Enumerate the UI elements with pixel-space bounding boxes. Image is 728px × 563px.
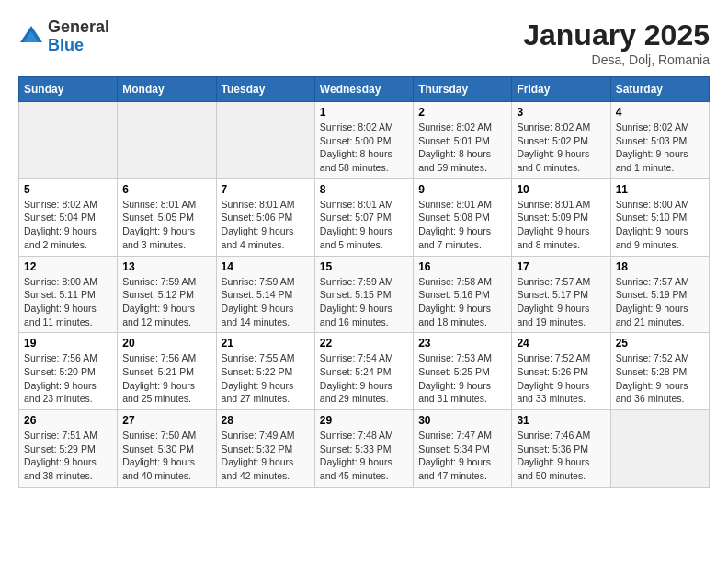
day-number: 10 <box>517 183 605 196</box>
day-info: Sunrise: 8:01 AM Sunset: 5:08 PM Dayligh… <box>418 198 506 252</box>
day-number: 8 <box>320 183 408 196</box>
calendar-day-cell: 27Sunrise: 7:50 AM Sunset: 5:30 PM Dayli… <box>118 410 216 488</box>
calendar-day-cell: 26Sunrise: 7:51 AM Sunset: 5:29 PM Dayli… <box>19 410 118 488</box>
day-number: 11 <box>616 183 704 196</box>
day-info: Sunrise: 7:58 AM Sunset: 5:16 PM Dayligh… <box>418 275 506 329</box>
calendar-day-cell: 13Sunrise: 7:59 AM Sunset: 5:12 PM Dayli… <box>118 256 216 333</box>
day-number: 14 <box>222 260 310 273</box>
calendar-week-row: 1Sunrise: 8:02 AM Sunset: 5:00 PM Daylig… <box>19 102 710 179</box>
day-number: 18 <box>616 260 704 273</box>
calendar-day-cell: 2Sunrise: 8:02 AM Sunset: 5:01 PM Daylig… <box>414 102 512 179</box>
day-info: Sunrise: 8:00 AM Sunset: 5:10 PM Dayligh… <box>616 198 704 252</box>
day-number: 30 <box>418 414 506 427</box>
day-info: Sunrise: 7:57 AM Sunset: 5:17 PM Dayligh… <box>517 275 605 329</box>
day-info: Sunrise: 7:59 AM Sunset: 5:15 PM Dayligh… <box>320 275 408 329</box>
location-subtitle: Desa, Dolj, Romania <box>523 52 710 67</box>
day-number: 24 <box>517 337 605 350</box>
day-number: 1 <box>320 106 408 119</box>
calendar-week-row: 19Sunrise: 7:56 AM Sunset: 5:20 PM Dayli… <box>19 333 710 410</box>
day-of-week-header: Sunday <box>19 77 118 102</box>
calendar-table: SundayMondayTuesdayWednesdayThursdayFrid… <box>18 76 710 488</box>
day-number: 29 <box>320 414 408 427</box>
day-of-week-header: Saturday <box>610 77 709 102</box>
calendar-day-cell <box>216 102 314 179</box>
day-info: Sunrise: 7:59 AM Sunset: 5:14 PM Dayligh… <box>222 275 310 329</box>
day-info: Sunrise: 8:02 AM Sunset: 5:00 PM Dayligh… <box>320 121 408 175</box>
calendar-day-cell <box>118 102 216 179</box>
calendar-day-cell: 10Sunrise: 8:01 AM Sunset: 5:09 PM Dayli… <box>512 178 610 256</box>
day-info: Sunrise: 7:46 AM Sunset: 5:36 PM Dayligh… <box>517 429 605 483</box>
day-info: Sunrise: 7:52 AM Sunset: 5:28 PM Dayligh… <box>616 351 704 406</box>
calendar-header-row: SundayMondayTuesdayWednesdayThursdayFrid… <box>19 77 710 102</box>
day-info: Sunrise: 8:02 AM Sunset: 5:04 PM Dayligh… <box>24 198 112 252</box>
day-number: 20 <box>122 337 210 350</box>
day-info: Sunrise: 8:02 AM Sunset: 5:01 PM Dayligh… <box>418 121 506 175</box>
page-header: General Blue January 2025 Desa, Dolj, Ro… <box>18 18 710 67</box>
day-of-week-header: Friday <box>512 77 610 102</box>
day-number: 5 <box>24 183 112 196</box>
title-block: January 2025 Desa, Dolj, Romania <box>523 18 710 67</box>
day-info: Sunrise: 7:52 AM Sunset: 5:26 PM Dayligh… <box>517 351 605 406</box>
day-info: Sunrise: 8:01 AM Sunset: 5:06 PM Dayligh… <box>222 198 310 252</box>
calendar-day-cell: 31Sunrise: 7:46 AM Sunset: 5:36 PM Dayli… <box>512 410 610 488</box>
day-info: Sunrise: 7:50 AM Sunset: 5:30 PM Dayligh… <box>122 429 210 483</box>
day-info: Sunrise: 7:47 AM Sunset: 5:34 PM Dayligh… <box>418 429 506 483</box>
day-info: Sunrise: 7:59 AM Sunset: 5:12 PM Dayligh… <box>122 275 210 329</box>
day-info: Sunrise: 8:01 AM Sunset: 5:07 PM Dayligh… <box>320 198 408 252</box>
day-number: 16 <box>418 260 506 273</box>
day-number: 23 <box>418 337 506 350</box>
day-info: Sunrise: 7:56 AM Sunset: 5:20 PM Dayligh… <box>24 351 112 406</box>
logo-icon <box>18 24 44 50</box>
day-number: 28 <box>222 414 310 427</box>
day-info: Sunrise: 8:02 AM Sunset: 5:03 PM Dayligh… <box>616 121 704 175</box>
calendar-day-cell: 1Sunrise: 8:02 AM Sunset: 5:00 PM Daylig… <box>314 102 413 179</box>
calendar-day-cell <box>610 410 709 488</box>
calendar-week-row: 26Sunrise: 7:51 AM Sunset: 5:29 PM Dayli… <box>19 410 710 488</box>
calendar-day-cell: 9Sunrise: 8:01 AM Sunset: 5:08 PM Daylig… <box>414 178 512 256</box>
calendar-day-cell: 20Sunrise: 7:56 AM Sunset: 5:21 PM Dayli… <box>118 333 216 410</box>
day-number: 15 <box>320 260 408 273</box>
day-number: 7 <box>222 183 310 196</box>
calendar-day-cell: 18Sunrise: 7:57 AM Sunset: 5:19 PM Dayli… <box>610 256 709 333</box>
day-number: 19 <box>24 337 112 350</box>
calendar-day-cell: 15Sunrise: 7:59 AM Sunset: 5:15 PM Dayli… <box>314 256 413 333</box>
calendar-day-cell: 19Sunrise: 7:56 AM Sunset: 5:20 PM Dayli… <box>19 333 118 410</box>
calendar-day-cell: 4Sunrise: 8:02 AM Sunset: 5:03 PM Daylig… <box>610 102 709 179</box>
day-number: 17 <box>517 260 605 273</box>
calendar-day-cell: 23Sunrise: 7:53 AM Sunset: 5:25 PM Dayli… <box>414 333 512 410</box>
calendar-day-cell: 14Sunrise: 7:59 AM Sunset: 5:14 PM Dayli… <box>216 256 314 333</box>
calendar-day-cell: 12Sunrise: 8:00 AM Sunset: 5:11 PM Dayli… <box>19 256 118 333</box>
day-number: 26 <box>24 414 112 427</box>
day-info: Sunrise: 7:48 AM Sunset: 5:33 PM Dayligh… <box>320 429 408 483</box>
calendar-day-cell: 30Sunrise: 7:47 AM Sunset: 5:34 PM Dayli… <box>414 410 512 488</box>
logo: General Blue <box>18 18 109 55</box>
calendar-day-cell <box>19 102 118 179</box>
day-info: Sunrise: 8:02 AM Sunset: 5:02 PM Dayligh… <box>517 121 605 175</box>
day-info: Sunrise: 8:01 AM Sunset: 5:05 PM Dayligh… <box>122 198 210 252</box>
day-info: Sunrise: 8:00 AM Sunset: 5:11 PM Dayligh… <box>24 275 112 329</box>
day-info: Sunrise: 7:54 AM Sunset: 5:24 PM Dayligh… <box>320 351 408 406</box>
day-of-week-header: Thursday <box>414 77 512 102</box>
day-info: Sunrise: 8:01 AM Sunset: 5:09 PM Dayligh… <box>517 198 605 252</box>
day-info: Sunrise: 7:53 AM Sunset: 5:25 PM Dayligh… <box>418 351 506 406</box>
day-number: 12 <box>24 260 112 273</box>
day-number: 3 <box>517 106 605 119</box>
day-info: Sunrise: 7:49 AM Sunset: 5:32 PM Dayligh… <box>222 429 310 483</box>
calendar-day-cell: 3Sunrise: 8:02 AM Sunset: 5:02 PM Daylig… <box>512 102 610 179</box>
logo-blue: Blue <box>48 36 84 54</box>
day-of-week-header: Wednesday <box>314 77 413 102</box>
calendar-day-cell: 28Sunrise: 7:49 AM Sunset: 5:32 PM Dayli… <box>216 410 314 488</box>
day-info: Sunrise: 7:55 AM Sunset: 5:22 PM Dayligh… <box>222 351 310 406</box>
day-of-week-header: Monday <box>118 77 216 102</box>
calendar-day-cell: 11Sunrise: 8:00 AM Sunset: 5:10 PM Dayli… <box>610 178 709 256</box>
day-number: 21 <box>222 337 310 350</box>
calendar-day-cell: 5Sunrise: 8:02 AM Sunset: 5:04 PM Daylig… <box>19 178 118 256</box>
calendar-day-cell: 22Sunrise: 7:54 AM Sunset: 5:24 PM Dayli… <box>314 333 413 410</box>
day-number: 9 <box>418 183 506 196</box>
day-number: 22 <box>320 337 408 350</box>
calendar-day-cell: 7Sunrise: 8:01 AM Sunset: 5:06 PM Daylig… <box>216 178 314 256</box>
calendar-day-cell: 6Sunrise: 8:01 AM Sunset: 5:05 PM Daylig… <box>118 178 216 256</box>
calendar-day-cell: 21Sunrise: 7:55 AM Sunset: 5:22 PM Dayli… <box>216 333 314 410</box>
day-number: 25 <box>616 337 704 350</box>
calendar-week-row: 5Sunrise: 8:02 AM Sunset: 5:04 PM Daylig… <box>19 178 710 256</box>
